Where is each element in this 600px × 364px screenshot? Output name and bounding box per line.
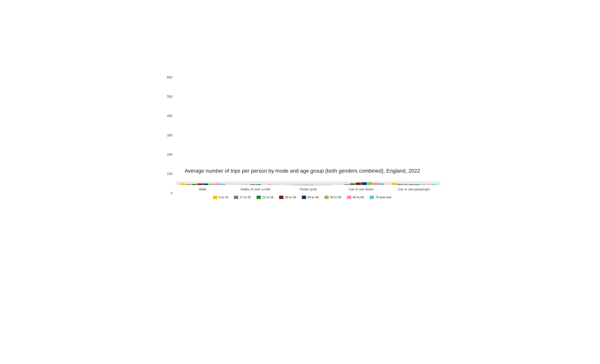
- legend-label-60to69: 60 to 69: [353, 195, 364, 199]
- legend-label-0to16: 0 to 16: [219, 195, 228, 199]
- legend-color-50to59: [324, 196, 329, 199]
- bar-30to39: [197, 183, 203, 185]
- bar-30to39: [356, 182, 361, 185]
- category-group-Walk: [176, 182, 229, 185]
- legend-color-70over: [370, 196, 374, 199]
- bar-50to59: [367, 182, 373, 185]
- bar-0to16: [233, 185, 238, 185]
- chart-area: 0100200300400500600 WalkWalks of over a …: [164, 182, 441, 199]
- legend: 0 to 1617 to 2021 to 2930 to 3940 to 495…: [164, 195, 441, 199]
- x-label-Walk: Walk: [176, 186, 229, 191]
- bar-30to39: [250, 184, 255, 185]
- bar-50to59: [209, 184, 214, 185]
- legend-label-21to29: 21 to 29: [262, 195, 273, 199]
- legend-label-17to20: 17 to 20: [240, 195, 251, 199]
- bar-70over: [431, 184, 437, 185]
- x-label-Car-or-van-passenger: Car or van passenger: [388, 186, 441, 191]
- bar-17to20: [344, 184, 350, 185]
- legend-item-0to16: 0 to 16: [213, 195, 228, 199]
- legend-color-17to20: [234, 196, 238, 199]
- legend-item-60to69: 60 to 69: [347, 195, 364, 199]
- bar-40to49: [414, 184, 420, 185]
- bar-40to49: [362, 182, 367, 185]
- legend-color-60to69: [347, 196, 351, 199]
- legend-color-30to39: [279, 196, 283, 199]
- category-group-Car-or-van-passenger: [388, 182, 441, 185]
- bar-40to49: [256, 184, 261, 185]
- legend-item-30to39: 30 to 39: [279, 195, 296, 199]
- bar-21to29: [403, 184, 408, 185]
- bar-30to39: [409, 184, 414, 185]
- bar-60to69: [215, 183, 220, 185]
- bar-60to69: [426, 184, 431, 185]
- legend-item-50to59: 50 to 59: [324, 195, 341, 199]
- bar-17to20: [186, 184, 191, 185]
- legend-item-40to49: 40 to 49: [302, 195, 319, 199]
- bar-60to69: [373, 183, 378, 185]
- grid-and-bars: [176, 182, 441, 185]
- plot-area: WalkWalks of over a milePedal cycleCar o…: [176, 182, 441, 191]
- bar-70over: [220, 184, 225, 185]
- legend-color-21to29: [257, 196, 261, 199]
- x-label-Car-or-van-driver: Car or van driver: [335, 186, 388, 191]
- legend-item-17to20: 17 to 20: [234, 195, 251, 199]
- bar-0to16: [392, 183, 397, 185]
- bar-0to16: [180, 183, 185, 185]
- bar-21to29: [244, 185, 250, 185]
- bar-70over: [273, 185, 278, 185]
- legend-label-70over: 70 and over: [375, 195, 392, 199]
- bar-40to49: [203, 183, 208, 185]
- chart-container: Average number of trips per person by mo…: [150, 160, 450, 204]
- bar-50to59: [420, 184, 425, 185]
- legend-label-50to59: 50 to 59: [330, 195, 341, 199]
- category-group-Pedal-cycle: [282, 182, 335, 185]
- bar-21to29: [350, 183, 355, 185]
- category-group-Car-or-van-driver: [335, 182, 388, 185]
- bars-row: [176, 182, 441, 185]
- y-axis: 0100200300400500600: [164, 182, 176, 191]
- bar-21to29: [192, 184, 197, 185]
- category-group-Walks-of-over-a-mile: [229, 182, 282, 185]
- bar-40to49: [309, 185, 314, 185]
- bar-17to20: [397, 184, 403, 185]
- x-label-Pedal-cycle: Pedal cycle: [282, 186, 335, 191]
- legend-label-40to49: 40 to 49: [308, 195, 319, 199]
- bar-70over: [379, 183, 384, 185]
- legend-color-40to49: [302, 196, 306, 199]
- legend-label-30to39: 30 to 39: [285, 195, 296, 199]
- bar-17to20: [239, 185, 244, 185]
- chart-title: Average number of trips per person by mo…: [164, 167, 441, 175]
- x-axis: WalkWalks of over a milePedal cycleCar o…: [176, 186, 441, 191]
- bar-50to59: [262, 185, 267, 185]
- x-label-Walks-of-over-a-mile: Walks of over a mile: [229, 186, 282, 191]
- legend-item-21to29: 21 to 29: [257, 195, 273, 199]
- legend-item-70over: 70 and over: [370, 195, 392, 199]
- legend-color-0to16: [213, 196, 217, 199]
- chart-body: 0100200300400500600 WalkWalks of over a …: [164, 182, 441, 191]
- bar-60to69: [267, 184, 272, 185]
